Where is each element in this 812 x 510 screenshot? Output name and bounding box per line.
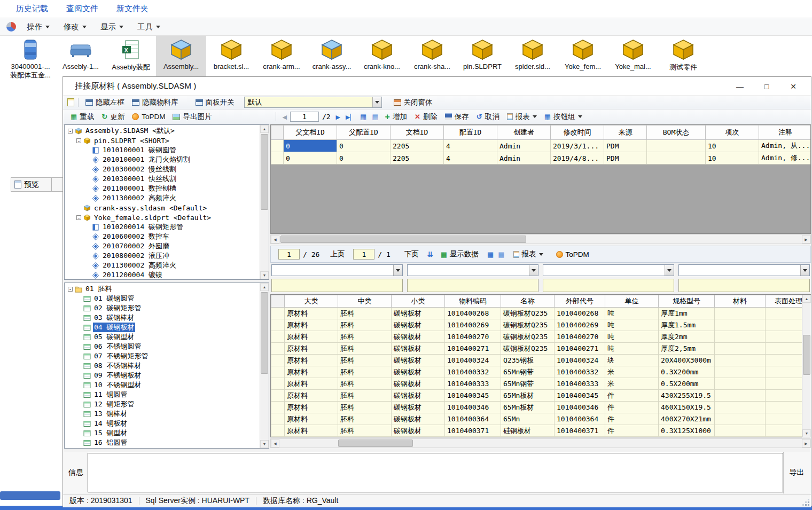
filter-select-3[interactable] (543, 264, 674, 276)
prev-record-icon[interactable] (282, 113, 286, 121)
cell[interactable]: 65Mn钢带 (501, 366, 555, 378)
row-indicator[interactable] (271, 331, 285, 343)
scroll-down-icon[interactable] (802, 429, 811, 437)
filter-input-2[interactable] (407, 279, 538, 292)
next-record-icon[interactable] (336, 113, 340, 121)
cell[interactable] (715, 425, 766, 437)
top-menu-item-3[interactable]: 新文件夹 (116, 4, 149, 14)
cell[interactable]: 胚料 (338, 390, 392, 402)
tree-item[interactable]: 1010200014 碳钢矩形管 (65, 222, 260, 232)
cell[interactable]: PDM (604, 140, 647, 152)
tree-item[interactable]: 09 不锈钢板材 (65, 371, 260, 380)
tree-item[interactable]: 1010100001 碳钢圆管 (65, 145, 260, 155)
column-header[interactable]: 物料编码 (445, 295, 501, 308)
column-header[interactable]: 创建者 (497, 125, 551, 140)
filter-select-1[interactable] (271, 264, 403, 276)
cell[interactable]: 米 (605, 378, 659, 390)
material-table-hscroll[interactable] (270, 438, 811, 448)
last-record-icon[interactable] (346, 113, 355, 121)
cell[interactable]: 原材料 (285, 390, 338, 402)
scroll-thumb[interactable] (803, 335, 810, 375)
maximize-button[interactable]: □ (753, 77, 780, 96)
cell[interactable]: 原材料 (285, 355, 338, 366)
column-header[interactable]: BOM状态 (647, 125, 706, 140)
cell[interactable] (715, 378, 766, 390)
column-header[interactable]: 名称 (501, 295, 555, 308)
reload-button[interactable]: 重载 (67, 111, 97, 123)
row-indicator[interactable] (271, 366, 285, 378)
show-data-button[interactable]: 显示数据 (438, 248, 482, 261)
app-menu-4[interactable]: 工具 (132, 20, 166, 34)
tree-item[interactable]: 2010100001 龙门火焰切割 (65, 155, 260, 164)
cell[interactable] (715, 343, 766, 355)
minimize-button[interactable]: — (727, 77, 753, 96)
cell[interactable]: 10 (706, 140, 759, 152)
app-menu-2[interactable]: 修改 (58, 20, 92, 34)
cell[interactable]: 碳钢板材Q235 (501, 319, 555, 331)
row-indicator[interactable] (271, 308, 285, 319)
cell[interactable]: 1010400269 (555, 319, 605, 331)
tree-item[interactable]: crank-assy.sldasm <Default> (65, 203, 260, 213)
column-header[interactable]: 父配置ID (337, 125, 391, 140)
cell[interactable] (715, 366, 766, 378)
column-header[interactable]: 来源 (604, 125, 647, 140)
cell[interactable]: 1010400271 (445, 343, 501, 355)
cell[interactable]: Q235钢板 (501, 355, 555, 366)
cell[interactable] (715, 331, 766, 343)
tree-item[interactable]: 08 不锈钢棒材 (65, 361, 260, 371)
cell[interactable]: 碳钢板材Q235 (501, 331, 555, 343)
preview-button[interactable]: 预览 (11, 177, 52, 192)
scroll-down-icon[interactable] (260, 271, 269, 279)
scroll-left-icon[interactable] (271, 439, 279, 448)
cell[interactable]: 1010400268 (555, 308, 605, 319)
cell[interactable]: 吨 (605, 319, 659, 331)
cell[interactable]: 1010400271 (555, 343, 605, 355)
cell[interactable]: 1010400371 (555, 425, 605, 437)
hide-materials-button[interactable]: 隐藏物料库 (129, 96, 182, 109)
background-scrollbar-thumb[interactable] (0, 491, 60, 500)
cell[interactable]: 胚料 (338, 425, 392, 437)
tree-item[interactable]: 2011300002 高频淬火 (65, 261, 260, 270)
tree-item[interactable]: 13 铜棒材 (65, 409, 260, 419)
tree-item[interactable]: 2010700002 外圆磨 (65, 241, 260, 251)
filter-input-3[interactable] (543, 279, 674, 292)
hide-left-button[interactable]: 隐藏左框 (82, 96, 128, 109)
cell[interactable]: 胚料 (338, 343, 392, 355)
cell[interactable]: 原材料 (285, 378, 338, 390)
cell[interactable] (647, 152, 706, 164)
tree-item[interactable]: 03 碳钢棒材 (65, 313, 260, 323)
scroll-up-icon[interactable] (260, 283, 269, 291)
cell[interactable]: 1010400270 (555, 331, 605, 343)
row-indicator[interactable] (271, 152, 284, 164)
panel-toggle-button[interactable]: 面板开关 (192, 96, 238, 109)
cell[interactable]: 碳钢板材 (392, 366, 445, 378)
bom-tree-scrollbar[interactable] (260, 125, 269, 279)
tree-item[interactable]: 2010300001 快丝线割 (65, 174, 260, 184)
tree-item[interactable]: 14 铜板材 (65, 419, 260, 428)
material-tree-scrollbar[interactable] (260, 283, 269, 448)
column-header[interactable]: 小类 (392, 295, 445, 308)
scroll-thumb[interactable] (261, 292, 268, 374)
column-header[interactable]: 中类 (338, 295, 392, 308)
scroll-track[interactable] (260, 133, 269, 271)
column-header[interactable]: 配置ID (444, 125, 497, 140)
cell[interactable]: 胚料 (338, 402, 392, 413)
cell[interactable]: 胚料 (338, 366, 392, 378)
profile-combo[interactable]: 默认 (244, 97, 382, 108)
cell[interactable]: 1010400270 (445, 331, 501, 343)
column-header[interactable]: 材料 (715, 295, 766, 308)
file-item[interactable]: 30400001-...装配体五金... (5, 36, 56, 84)
scroll-thumb[interactable] (338, 440, 413, 447)
report-button-lower[interactable]: 报表 (510, 248, 546, 261)
cell[interactable]: 块 (605, 355, 659, 366)
scroll-thumb[interactable] (280, 236, 526, 243)
cell[interactable]: 吨 (605, 343, 659, 355)
cell[interactable]: 4 (444, 152, 497, 164)
cell[interactable]: 0.5X200mm (659, 378, 715, 390)
top-menu-item-1[interactable]: 历史记载 (16, 4, 48, 14)
tree-item[interactable]: 06 不锈钢圆管 (65, 342, 260, 351)
cell[interactable]: 0 (284, 140, 337, 152)
cell[interactable]: Admin, 从... (759, 140, 811, 152)
topdm-button-lower[interactable]: ToPDM (553, 249, 592, 260)
cell[interactable]: 2205 (391, 140, 444, 152)
